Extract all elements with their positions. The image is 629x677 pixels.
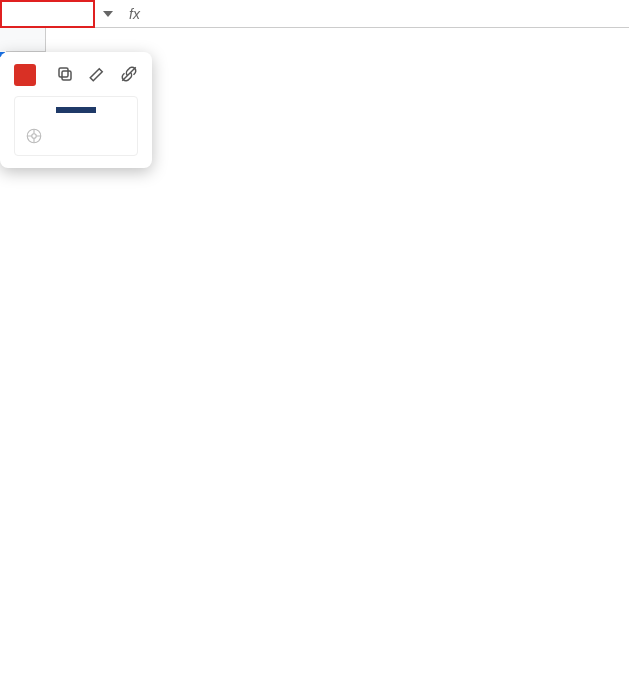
svg-point-4	[32, 134, 37, 139]
formula-bar: fx	[0, 0, 629, 28]
select-all-corner[interactable]	[0, 28, 46, 52]
fx-icon: fx	[113, 6, 152, 22]
name-box[interactable]	[0, 0, 95, 28]
svg-rect-1	[59, 68, 68, 77]
mini-title	[56, 107, 96, 113]
remove-link-icon[interactable]	[120, 65, 138, 86]
watermark	[25, 127, 47, 145]
grid-area[interactable]	[0, 52, 629, 677]
link-preview-card	[0, 52, 152, 168]
edit-link-icon[interactable]	[88, 65, 106, 86]
pdf-badge-icon	[14, 64, 36, 86]
svg-rect-0	[62, 71, 71, 80]
name-box-dropdown-icon[interactable]	[103, 11, 113, 17]
preview-thumbnail[interactable]	[14, 96, 138, 156]
copy-link-icon[interactable]	[56, 65, 74, 86]
